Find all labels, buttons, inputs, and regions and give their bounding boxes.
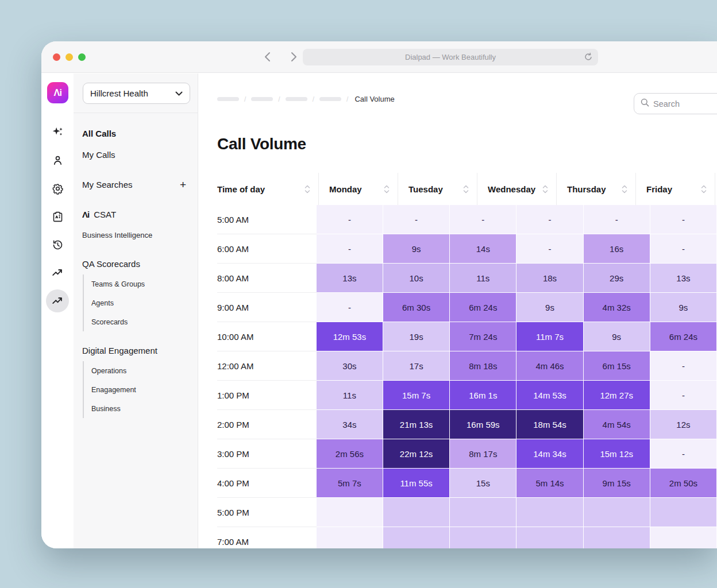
heatmap-cell[interactable]: 12m 53s (317, 322, 383, 351)
heatmap-cell[interactable]: 16s (584, 234, 650, 264)
heatmap-cell[interactable]: 9s (383, 234, 450, 264)
heatmap-cell[interactable]: 12m 27s (584, 381, 650, 410)
heatmap-cell[interactable]: 9s (516, 293, 583, 322)
heatmap-cell[interactable]: 9s (650, 293, 717, 322)
sidebar-item-enagagement[interactable]: Enagagement (84, 380, 198, 399)
column-header-time-of-day[interactable]: Time of day (217, 173, 319, 205)
heatmap-cell[interactable]: 18m 54s (516, 410, 583, 439)
heatmap-cell[interactable]: 6m 15s (584, 351, 650, 381)
heatmap-cell[interactable]: 13s (317, 264, 383, 293)
sidebar-item-business-intelligence[interactable]: Business Intelligence (74, 225, 198, 245)
column-header-friday[interactable]: Friday (636, 173, 715, 205)
heatmap-cell[interactable]: 9s (584, 322, 650, 351)
heatmap-cell[interactable]: 12s (650, 410, 717, 439)
search-box[interactable] (634, 93, 717, 114)
sidebar-item-teams-groups[interactable]: Teams & Groups (84, 274, 198, 293)
heatmap-cell[interactable]: 5m 14s (516, 469, 583, 498)
heatmap-cell[interactable]: - (317, 205, 383, 234)
heatmap-cell[interactable]: 19s (383, 322, 450, 351)
column-header-monday[interactable]: Monday (319, 173, 398, 205)
column-header-wednesday[interactable]: Wednesday (477, 173, 557, 205)
sidebar-item-csat[interactable]: ΛiCSAT (74, 204, 198, 225)
heatmap-cell[interactable] (383, 498, 450, 527)
heatmap-cell[interactable]: 16m 59s (450, 410, 516, 439)
heatmap-cell[interactable]: - (516, 205, 583, 234)
heatmap-cell[interactable]: 14m 34s (516, 439, 583, 469)
heatmap-cell[interactable]: 17s (383, 351, 450, 381)
rail-button-settings[interactable] (46, 177, 69, 200)
heatmap-cell[interactable]: 14m 53s (516, 381, 583, 410)
org-switcher-dropdown[interactable]: Hillcrest Health (83, 83, 190, 104)
heatmap-cell[interactable] (584, 527, 650, 548)
heatmap-cell[interactable]: 11m 7s (516, 322, 583, 351)
heatmap-cell[interactable]: 8m 17s (450, 439, 516, 469)
heatmap-cell[interactable]: - (450, 205, 516, 234)
heatmap-cell[interactable] (383, 527, 450, 548)
heatmap-cell[interactable]: - (650, 205, 717, 234)
sort-icon[interactable] (384, 185, 390, 194)
heatmap-cell[interactable]: - (650, 381, 717, 410)
reload-icon[interactable] (584, 52, 593, 64)
back-button[interactable] (260, 49, 275, 64)
heatmap-cell[interactable]: 21m 13s (383, 410, 450, 439)
heatmap-cell[interactable]: 6m 30s (383, 293, 450, 322)
heatmap-cell[interactable] (450, 527, 516, 548)
heatmap-cell[interactable] (450, 498, 516, 527)
add-search-button[interactable]: + (180, 179, 198, 191)
sidebar-item-operations[interactable]: Operations (84, 361, 198, 380)
heatmap-cell[interactable]: - (650, 439, 717, 469)
column-header-tuesday[interactable]: Tuesday (398, 173, 477, 205)
sidebar-item-business[interactable]: Business (84, 399, 198, 418)
heatmap-cell[interactable] (650, 527, 717, 548)
heatmap-cell[interactable]: 14s (450, 234, 516, 264)
rail-button-contacts[interactable] (46, 149, 69, 172)
heatmap-cell[interactable]: 15m 12s (584, 439, 650, 469)
heatmap-cell[interactable]: - (317, 293, 383, 322)
heatmap-cell[interactable]: 15m 7s (383, 381, 450, 410)
zoom-button[interactable] (78, 53, 86, 61)
search-input[interactable] (653, 99, 717, 109)
heatmap-cell[interactable]: 11s (450, 264, 516, 293)
heatmap-cell[interactable]: 11s (317, 381, 383, 410)
heatmap-cell[interactable]: 4m 32s (584, 293, 650, 322)
heatmap-cell[interactable]: 2m 50s (650, 469, 717, 498)
heatmap-cell[interactable]: 9m 15s (584, 469, 650, 498)
heatmap-cell[interactable]: 4m 54s (584, 410, 650, 439)
heatmap-cell[interactable]: 7m 24s (450, 322, 516, 351)
heatmap-cell[interactable] (516, 527, 583, 548)
heatmap-cell[interactable] (317, 498, 383, 527)
sidebar-item-digital-engagement[interactable]: Digital Engagement (74, 340, 198, 361)
heatmap-cell[interactable] (317, 527, 383, 548)
forward-button[interactable] (286, 49, 301, 64)
sidebar-item-my-searches[interactable]: My Searches+ (74, 174, 198, 195)
heatmap-cell[interactable] (584, 498, 650, 527)
heatmap-cell[interactable]: 10s (383, 264, 450, 293)
heatmap-cell[interactable]: - (383, 205, 450, 234)
sidebar-item-all-calls[interactable]: All Calls (74, 123, 198, 144)
heatmap-cell[interactable]: 8m 18s (450, 351, 516, 381)
close-button[interactable] (53, 53, 60, 61)
rail-button-assist[interactable] (46, 121, 69, 144)
sort-icon[interactable] (463, 185, 469, 194)
rail-button-analytics-active[interactable] (46, 289, 69, 312)
heatmap-cell[interactable]: 30s (317, 351, 383, 381)
dialpad-ai-logo[interactable]: Λi (47, 82, 68, 103)
heatmap-cell[interactable]: 34s (317, 410, 383, 439)
rail-button-analytics[interactable] (46, 261, 69, 284)
sort-icon[interactable] (304, 185, 310, 194)
heatmap-cell[interactable]: 11m 55s (383, 469, 450, 498)
heatmap-cell[interactable]: - (650, 351, 717, 381)
heatmap-cell[interactable]: 6m 24s (450, 293, 516, 322)
heatmap-cell[interactable]: 16m 1s (450, 381, 516, 410)
heatmap-cell[interactable]: 6m 24s (650, 322, 717, 351)
rail-button-playbooks[interactable] (46, 205, 69, 228)
sort-icon[interactable] (701, 185, 707, 194)
sidebar-item-qa-scorecards[interactable]: QA Scorecards (74, 253, 198, 274)
sidebar-item-agents[interactable]: Agents (84, 293, 198, 312)
heatmap-cell[interactable] (516, 498, 583, 527)
heatmap-cell[interactable]: 2m 56s (317, 439, 383, 469)
column-header-thursday[interactable]: Thursday (557, 173, 636, 205)
sort-icon[interactable] (542, 185, 548, 194)
minimize-button[interactable] (65, 53, 73, 61)
heatmap-cell[interactable]: - (317, 234, 383, 264)
